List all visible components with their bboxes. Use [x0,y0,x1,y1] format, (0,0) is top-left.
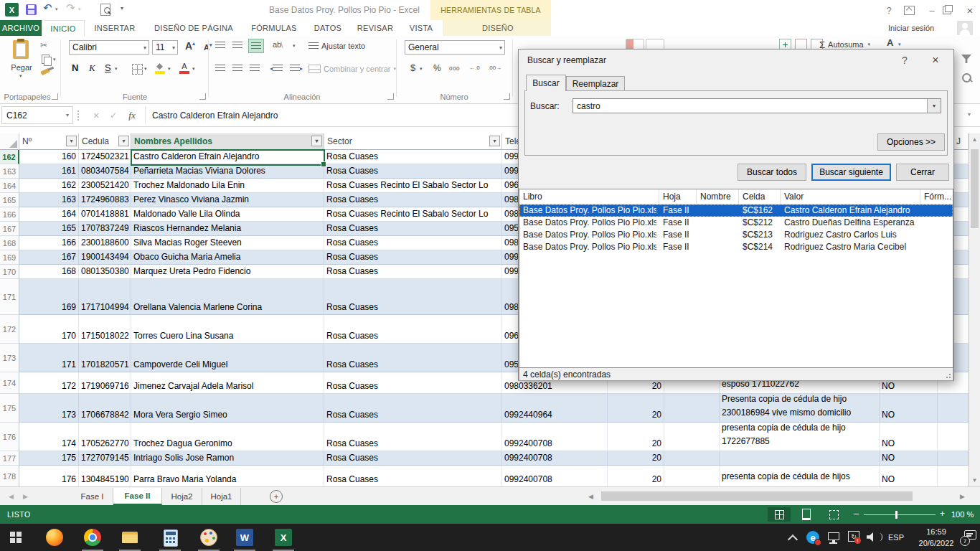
notification-center-icon[interactable]: 7 [964,530,976,540]
excel-taskbar-icon[interactable]: X [275,529,292,546]
font-color-icon[interactable]: A [179,62,189,74]
cell-f-177[interactable]: 20 [608,451,664,466]
chrome-icon[interactable] [84,529,101,546]
wrap-text-button[interactable]: Ajustar texto [308,39,365,53]
clock[interactable]: 16:59 20/6/2022 [913,526,960,549]
cell-cedula-170[interactable]: 0801350380 [79,265,131,279]
column-header-n[interactable]: Nº▾ [19,133,79,150]
cell-n-165[interactable]: 163 [19,193,79,207]
close-button[interactable]: Cerrar [896,164,949,181]
cell-cedula-165[interactable]: 1724960883 [79,193,131,207]
copy-dropdown-icon[interactable]: ▾ [53,57,56,62]
name-box[interactable]: C162 ▾ [1,106,73,124]
select-all-corner[interactable] [0,133,19,150]
alignment-dialog-launcher-icon[interactable] [387,93,394,100]
cell-nombre-163[interactable]: Peñarrieta Macias Viviana Dolores [131,164,324,179]
result-row[interactable]: Base Datos Proy. Pollos Pio Pio.xlsxFase… [519,217,953,229]
cell-nombre-173[interactable]: Campoverde Celi Miguel [131,344,324,372]
result-row[interactable]: Base Datos Proy. Pollos Pio Pio.xlsxFase… [519,229,953,241]
vertical-scrollbar[interactable]: ▲ ▼ [969,133,980,486]
cell-sector-177[interactable]: Rosa Cuases [324,451,502,466]
drag-handle-icon[interactable] [77,110,79,112]
cell-j-176[interactable] [938,423,969,451]
row-header-177[interactable]: 177 [0,451,19,466]
row-header-169[interactable]: 169 [0,250,19,265]
cell-n-172[interactable]: 170 [19,315,79,344]
ribbon-tab-revisar[interactable]: REVISAR [352,20,399,36]
row-header-170[interactable]: 170 [0,265,19,279]
avatar-icon[interactable] [957,21,973,35]
cell-sector-169[interactable]: Rosa Cuases [324,250,502,265]
cell-no-175[interactable]: NO [880,394,938,423]
cell-g-177[interactable] [664,451,720,466]
row-header-168[interactable]: 168 [0,236,19,250]
tray-chevron-icon[interactable] [788,534,798,545]
cell-nombre-168[interactable]: Silva Macias Roger Steeven [131,236,324,250]
align-middle-icon[interactable] [232,42,242,49]
cell-n-175[interactable]: 173 [19,394,79,423]
undo-icon[interactable]: ↶ [43,1,52,14]
cell-nombre-169[interactable]: Obaco Guicha Maria Amelia [131,250,324,265]
sheet-nav-left-icon[interactable]: ◀ [9,493,14,500]
paste-button[interactable]: Pegar ▾ [6,39,37,86]
number-format-select[interactable]: General▾ [405,40,505,55]
cell-tel-178[interactable]: 0992400708 [502,466,608,486]
cell-n-164[interactable]: 162 [19,179,79,193]
zoom-level[interactable]: 100 % [951,505,974,524]
dialog-close-icon[interactable]: × [925,50,946,71]
fill-handle[interactable] [321,161,326,167]
cell-n-168[interactable]: 166 [19,236,79,250]
cell-nombre-166[interactable]: Maldonado Valle Lila Olinda [131,207,324,222]
cell-n-163[interactable]: 161 [19,164,79,179]
cell-sector-162[interactable]: Rosa Cuases [324,150,502,164]
cell-cedula-162[interactable]: 1724502321 [79,150,131,164]
cell-nombre-174[interactable]: Jimenez Carvajal Adela Marisol [131,372,324,394]
cell-n-166[interactable]: 164 [19,207,79,222]
tab-reemplazar[interactable]: Reemplazar [566,76,625,91]
cell-j-175[interactable] [938,394,969,423]
align-center-icon[interactable] [232,65,242,72]
find-input-dropdown-icon[interactable]: ▾ [927,99,941,113]
dialog-help-icon[interactable]: ? [895,50,915,71]
language-indicator[interactable]: ESP [888,524,904,551]
ribbon-tab-datos[interactable]: DATOS [307,20,349,36]
cell-sector-172[interactable]: Rosa Cuases [324,315,502,344]
currency-dropdown-icon[interactable]: ▾ [420,66,423,72]
qat-customize-icon[interactable]: ▾ [121,5,123,11]
firefox-icon[interactable] [46,529,63,546]
cell-no-176[interactable]: NO [880,423,938,451]
results-column-header[interactable]: Celda [743,189,781,204]
cell-cedula-171[interactable]: 1717104994 [79,279,131,315]
cell-cedula-178[interactable]: 1304845190 [79,466,131,486]
row-header-176[interactable]: 176 [0,423,19,451]
font-size-select[interactable]: 11▾ [152,40,178,55]
cell-nombre-172[interactable]: Torres Cuero Lina Susana [131,315,324,344]
cell-sector-171[interactable]: Rosa Cuases [324,279,502,315]
filter-icon[interactable]: ▾ [311,136,322,146]
column-header-sector[interactable]: Sector▾ [324,133,502,150]
row-header-165[interactable]: 165 [0,193,19,207]
cell-nombre-176[interactable]: Trochez Dagua Geronimo [131,423,324,451]
filter-icon[interactable]: ▾ [118,136,129,146]
file-explorer-icon[interactable] [121,529,138,546]
cell-no-178[interactable]: NO [880,466,938,486]
row-header-171[interactable]: 171 [0,279,19,315]
minimize-icon[interactable]: – [923,0,941,20]
ribbon-tab-inicio[interactable]: INICIO [42,20,85,37]
cell-sector-165[interactable]: Rosa Cuases [324,193,502,207]
filter-icon[interactable]: ▾ [66,136,77,146]
sort-filter-icon[interactable]: A [887,37,893,48]
restore-icon[interactable] [943,6,951,14]
cell-nombre-178[interactable]: Parra Bravo Maria Yolanda [131,466,324,486]
row-header-175[interactable]: 175 [0,394,19,423]
cell-sector-173[interactable]: Rosa Cuases [324,344,502,372]
cell-tel-175[interactable]: 0992440964 [502,394,608,423]
cell-sector-175[interactable]: Rosa Cuases [324,394,502,423]
cell-nombre-170[interactable]: Marquez Ureta Pedro Fidencio [131,265,324,279]
clipboard-dialog-launcher-icon[interactable] [52,93,58,100]
fx-icon[interactable]: fx [123,104,141,126]
align-bottom-icon[interactable] [248,39,264,53]
row-header-172[interactable]: 172 [0,315,19,344]
row-header-167[interactable]: 167 [0,222,19,236]
cell-cedula-172[interactable]: 1715018022 [79,315,131,344]
